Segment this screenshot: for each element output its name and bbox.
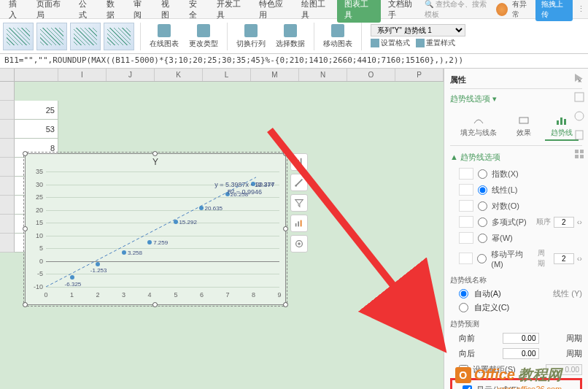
row-header[interactable] xyxy=(0,234,15,253)
series-select[interactable]: 系列"Y" 趋势线 1 xyxy=(371,24,465,36)
chart-title[interactable]: Y xyxy=(26,154,285,170)
chart-elements-button[interactable] xyxy=(290,153,308,171)
linear-icon xyxy=(459,184,473,196)
select-data-button[interactable]: 选择数据 xyxy=(271,23,309,50)
upload-button[interactable]: 拖拽上传 xyxy=(535,0,573,21)
ribbon: 在线图表 更改类型 切换行列 选择数据 移动图表 系列"Y" 趋势线 1 设置格… xyxy=(0,19,588,54)
data-cell[interactable]: 53 xyxy=(15,120,58,139)
change-type-button[interactable]: 更改类型 xyxy=(185,23,223,50)
menu-special[interactable]: 特色应用 xyxy=(253,0,294,23)
change-type-icon xyxy=(197,24,210,37)
name-custom-radio[interactable] xyxy=(459,303,468,312)
svg-point-9 xyxy=(298,242,301,245)
resize-handle[interactable] xyxy=(283,226,288,231)
resize-handle[interactable] xyxy=(23,302,28,307)
reset-style-button[interactable]: 重置样式 xyxy=(416,38,455,48)
svg-rect-16 xyxy=(576,131,583,139)
plot-area[interactable]: 35 30 25 20 15 10 5 0 -5 -10 0 1 2 3 4 5… xyxy=(46,172,279,287)
col-m[interactable]: M xyxy=(251,69,299,81)
col-j[interactable]: J xyxy=(107,69,155,81)
menu-view[interactable]: 视图 xyxy=(155,0,182,23)
menu-insert[interactable]: 插入 xyxy=(3,0,29,23)
forecast-label: 趋势预测 xyxy=(450,315,582,331)
chart-object[interactable]: Y 35 30 25 20 15 10 5 0 -5 -10 0 1 2 3 4… xyxy=(25,153,286,305)
menu-pagelayout[interactable]: 页面布局 xyxy=(31,0,71,23)
online-chart-button[interactable]: 在线图表 xyxy=(145,23,183,50)
forward-input[interactable] xyxy=(503,333,539,344)
search-input[interactable]: 🔍 查找命令、搜索模板 xyxy=(425,0,492,20)
chart-thumb-1[interactable] xyxy=(3,23,34,50)
row-header[interactable] xyxy=(0,139,15,158)
select-tool-icon[interactable] xyxy=(573,72,586,85)
menu-charttools[interactable]: 图表工具 xyxy=(337,0,381,23)
menu-devtools[interactable]: 开发工具 xyxy=(211,0,252,23)
menu-data[interactable]: 数据 xyxy=(101,0,127,23)
polynomial-order-spinner[interactable] xyxy=(554,217,574,228)
formula-bar[interactable]: B11="","",ROUNDUP(MAX((B11-5000)*{3;10;2… xyxy=(0,54,588,69)
col-k[interactable]: K xyxy=(155,69,203,81)
resize-handle[interactable] xyxy=(23,151,28,156)
chart-settings-button[interactable] xyxy=(290,235,308,253)
polynomial-radio[interactable] xyxy=(478,217,487,227)
menu-drawing[interactable]: 绘图工具 xyxy=(295,0,336,23)
selection-pane-icon[interactable] xyxy=(573,90,586,104)
row-header[interactable] xyxy=(0,120,15,139)
row-header[interactable] xyxy=(0,101,15,120)
properties-icon[interactable] xyxy=(573,109,586,123)
row-header[interactable] xyxy=(0,158,15,177)
col-p[interactable]: P xyxy=(395,69,444,81)
chart-thumb-4[interactable] xyxy=(104,23,134,50)
menu-more-icon[interactable]: ⋮ xyxy=(577,4,585,14)
movingavg-period-spinner[interactable] xyxy=(554,253,574,264)
chart-styles-button[interactable] xyxy=(290,174,308,191)
chart-thumb-2[interactable] xyxy=(36,23,67,50)
row-header[interactable] xyxy=(0,215,15,234)
trendline-equation[interactable]: y = 5.3987x - 12.377 R² = 0.9946 xyxy=(214,181,274,196)
polynomial-icon xyxy=(459,216,473,228)
chart-filter-button[interactable] xyxy=(290,194,308,212)
svg-rect-14 xyxy=(575,93,584,101)
movingavg-radio[interactable] xyxy=(477,254,487,263)
row-header[interactable] xyxy=(0,196,15,215)
chart-link-button[interactable] xyxy=(290,215,308,232)
user-avatar[interactable] xyxy=(496,3,508,16)
resize-handle[interactable] xyxy=(23,226,28,231)
sheet-area[interactable]: I J K L M N O P 25 53 8 89 92 32 58 14 xyxy=(0,69,444,389)
svg-rect-13 xyxy=(564,119,566,125)
menu-review[interactable]: 审阅 xyxy=(128,0,154,23)
col-h[interactable] xyxy=(15,69,58,81)
power-radio[interactable] xyxy=(478,234,487,243)
chart-thumb-3[interactable] xyxy=(70,23,101,50)
col-l[interactable]: L xyxy=(203,69,251,81)
set-format-button[interactable]: 设置格式 xyxy=(371,38,410,48)
tab-fill[interactable]: 填充与线条 xyxy=(454,113,503,141)
logarithmic-radio[interactable] xyxy=(478,201,487,211)
exponential-radio[interactable] xyxy=(478,169,487,179)
menu-security[interactable]: 安全 xyxy=(183,0,209,23)
resize-handle[interactable] xyxy=(152,302,158,307)
svg-rect-6 xyxy=(298,221,299,226)
components-icon[interactable] xyxy=(573,147,586,161)
backward-input[interactable] xyxy=(503,348,539,359)
row-header[interactable] xyxy=(0,177,15,196)
move-chart-button[interactable]: 移动图表 xyxy=(319,23,357,50)
col-o[interactable]: O xyxy=(347,69,395,81)
menu-texthelper[interactable]: 文档助手 xyxy=(382,0,423,23)
resize-handle[interactable] xyxy=(283,151,288,156)
resize-handle[interactable] xyxy=(283,302,288,307)
tab-effect[interactable]: 效果 xyxy=(511,113,537,141)
show-equation-checkbox[interactable] xyxy=(463,385,472,389)
clipboard-icon[interactable] xyxy=(573,128,586,142)
row-header[interactable] xyxy=(0,82,15,101)
switch-rowcol-button[interactable]: 切换行列 xyxy=(232,23,270,50)
resize-handle[interactable] xyxy=(152,151,158,156)
data-cell[interactable]: 25 xyxy=(15,101,58,120)
col-i[interactable]: I xyxy=(58,69,107,81)
name-auto-radio[interactable] xyxy=(459,289,468,299)
linear-radio[interactable] xyxy=(478,185,487,195)
svg-rect-5 xyxy=(295,223,297,226)
menu-formula[interactable]: 公式 xyxy=(73,0,99,23)
trendline-options-dropdown[interactable]: 趋势线选项 ▾ xyxy=(450,89,582,109)
col-n[interactable]: N xyxy=(299,69,347,81)
svg-rect-2 xyxy=(298,160,299,166)
